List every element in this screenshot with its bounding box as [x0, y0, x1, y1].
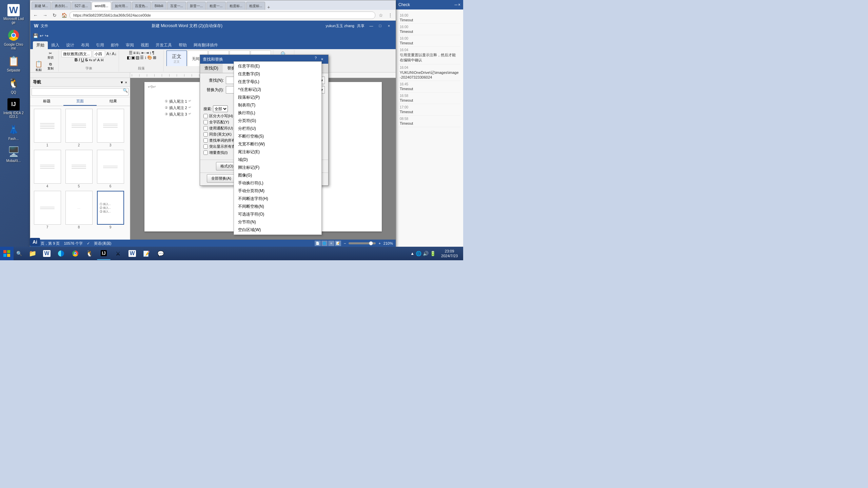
char-line-break[interactable]: 换行符(L) [234, 109, 321, 117]
subscript-btn[interactable]: x₂ [89, 58, 92, 62]
char-optional-hyphen[interactable]: 可选连字符(O) [234, 210, 321, 218]
font-size-input[interactable]: 小四 [93, 50, 105, 57]
desktop-icon-word[interactable]: W Microsoft Lodge [1, 3, 26, 26]
taskbar-intellij[interactable]: IJ [97, 247, 111, 260]
browser-tab-1[interactable]: 勇赤到... [52, 2, 71, 10]
search-taskbar-btn[interactable]: 🔍 [14, 247, 24, 260]
strikethrough-btn[interactable]: S̶ [85, 57, 88, 62]
taskbar-word2[interactable]: W [125, 247, 139, 260]
volume-icon[interactable]: 🔊 [423, 251, 429, 256]
new-tab-btn[interactable]: + [266, 4, 271, 10]
page-thumb-1[interactable]: 1 [33, 109, 62, 147]
taskbar-qq[interactable]: 🐧 [83, 247, 96, 260]
taskbar-edge[interactable] [54, 247, 68, 260]
back-btn[interactable]: ← [32, 11, 40, 19]
char-zero-width[interactable]: 无宽不断行(W) [234, 140, 321, 148]
ribbon-tab-review[interactable]: 审阅 [122, 41, 137, 49]
nav-search-input[interactable] [32, 88, 129, 96]
desktop-icon-qq[interactable]: 🐧 QQ [1, 75, 26, 96]
refresh-btn[interactable]: ↻ [51, 11, 59, 19]
desktop-icon-chrome[interactable]: Google Chrome [1, 27, 26, 52]
char-any[interactable]: 任意字符(E) [234, 62, 321, 70]
char-nonbreak-hyphen[interactable]: 不间断连字符(H) [234, 195, 321, 203]
search-select[interactable]: 全部 向上 向下 [213, 105, 228, 112]
copy-btn[interactable]: ⧉ 复制 [44, 61, 56, 72]
underline-btn[interactable]: U [81, 57, 84, 62]
align-left-btn[interactable]: ◧ [127, 55, 131, 60]
home-btn[interactable]: 🏠 [60, 11, 68, 19]
ribbon-tab-layout[interactable]: 布局 [78, 41, 93, 49]
ribbon-tab-help[interactable]: 帮助 [175, 41, 190, 49]
ribbon-tab-start[interactable]: 开始 [33, 41, 48, 49]
desktop-icon-setpaste[interactable]: 📋 Setpaste [1, 53, 26, 74]
char-page-break[interactable]: 分页符(G) [234, 117, 321, 125]
nav-close-btn[interactable]: × [125, 80, 127, 84]
page-thumb-7[interactable]: 7 [33, 191, 62, 229]
address-input[interactable] [70, 12, 375, 19]
char-digit[interactable]: 任意数字(D) [234, 70, 321, 78]
taskbar-notepad[interactable]: 📝 [140, 247, 153, 260]
view-draft-btn[interactable]: 📝 [335, 241, 341, 246]
browser-tab-9[interactable]: 粗度一... [206, 2, 225, 10]
line-spacing-btn[interactable]: ↕ [144, 55, 146, 60]
char-footnote[interactable]: 脚注标记(F) [234, 164, 321, 171]
char-white-area[interactable]: 空白区域(W) [234, 226, 321, 234]
align-right-btn[interactable]: ▨ [136, 55, 139, 60]
browser-tab-10[interactable]: 粗度标... [226, 2, 245, 10]
numbered-list-btn[interactable]: ≡ [133, 50, 136, 55]
page-thumb-9[interactable]: ① 插入... ② 插入... ③ 插入... 9 [96, 191, 125, 229]
align-center-btn[interactable]: ▣ [131, 55, 135, 60]
pilcrow-btn[interactable]: ¶ [152, 50, 154, 55]
taskbar-clock[interactable]: 23:09 2024/7/23 [438, 249, 460, 259]
undo-btn[interactable]: ↩ [40, 33, 43, 38]
increase-indent-btn[interactable]: ⇥ [145, 50, 149, 55]
decrease-indent-btn[interactable]: ⇤ [141, 50, 145, 55]
desktop-icon-fash[interactable]: 👗 Fash... [1, 121, 26, 142]
taskbar-chrome[interactable] [68, 247, 82, 260]
browser-tab-6[interactable]: Bilibili [152, 2, 166, 10]
shading-btn[interactable]: 🎨 [147, 55, 152, 60]
case-checkbox[interactable] [203, 114, 208, 118]
nav-tab-pages[interactable]: 页面 [63, 97, 97, 106]
browser-tab-8[interactable]: 新晋一... [187, 2, 206, 10]
font-shrink-btn[interactable]: A↓ [112, 52, 117, 56]
page-thumb-6[interactable]: 6 [96, 150, 125, 188]
ribbon-tab-dev[interactable]: 开发工具 [152, 41, 175, 49]
char-field[interactable]: 域(D) [234, 156, 321, 164]
browser-tab-2[interactable]: S27-追... [72, 2, 91, 10]
right-panel-min-btn[interactable]: ─ [454, 2, 457, 7]
char-mark-any[interactable]: ^任意标记(J) [234, 86, 321, 94]
ribbon-tab-translate[interactable]: 网有翻译插件 [190, 41, 221, 49]
font-grow-btn[interactable]: A↑ [106, 52, 111, 56]
page-thumb-2[interactable]: 2 [64, 109, 93, 147]
char-letter[interactable]: 任意字母(L) [234, 78, 321, 86]
spelling-icon[interactable]: ✓ [87, 241, 90, 246]
highlight-btn[interactable]: H [101, 58, 103, 62]
taskbar-word[interactable]: W [40, 247, 54, 260]
borders-btn[interactable]: ⊞ [153, 55, 156, 60]
minimize-btn[interactable]: — [367, 22, 375, 29]
browser-tab-4[interactable]: 如何用... [112, 2, 131, 10]
char-section[interactable]: 分节符(N) [234, 218, 321, 226]
font-color-btn[interactable]: A [97, 58, 100, 62]
nav-expand-btn[interactable]: ▼ [120, 80, 124, 84]
close-btn[interactable]: × [385, 22, 393, 29]
incremental-checkbox[interactable] [203, 150, 208, 155]
view-outline-btn[interactable]: ≡ [328, 241, 334, 246]
browser-tab-11[interactable]: 粗度标... [246, 2, 265, 10]
bold-btn[interactable]: B [75, 57, 78, 62]
char-manual-newline[interactable]: 手动换行符(L) [234, 179, 321, 187]
page-thumb-4[interactable]: 4 [33, 150, 62, 188]
multilevel-list-btn[interactable]: ≡↓ [136, 50, 141, 55]
start-button[interactable] [0, 247, 14, 260]
char-endnote[interactable]: 尾注标记(E) [234, 148, 321, 156]
whole-word-checkbox[interactable] [203, 120, 208, 124]
char-graphic[interactable]: 图像(G) [234, 171, 321, 179]
justify-btn[interactable]: ☰ [140, 55, 144, 60]
save-quick-btn[interactable]: 💾 [33, 33, 38, 38]
forward-btn[interactable]: → [41, 11, 49, 19]
style-normal[interactable]: 正文 正文 [166, 50, 187, 66]
browser-tab-3[interactable]: word用... [92, 2, 111, 10]
view-print-btn[interactable]: 📄 [315, 241, 321, 246]
sort-btn[interactable]: ↕ [150, 50, 152, 55]
